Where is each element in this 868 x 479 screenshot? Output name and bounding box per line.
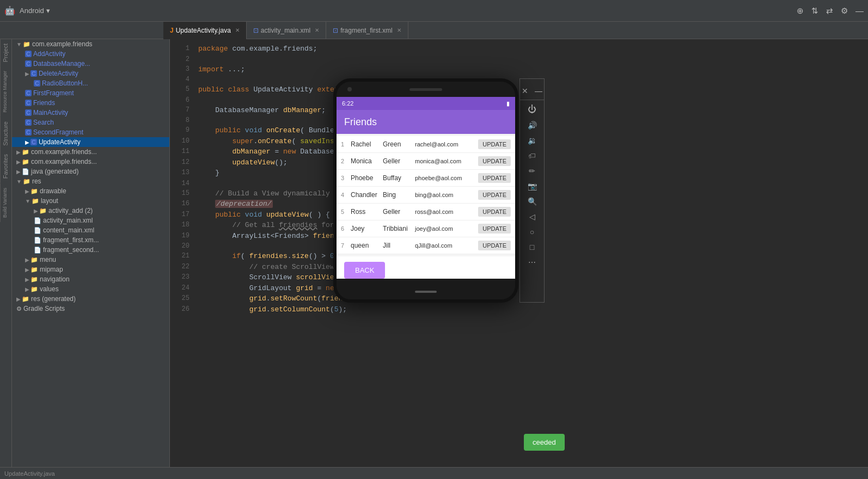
side-panel-favorites[interactable]: Favorites [0,150,11,183]
phone-bottom-bar [337,284,515,299]
tree-item-layout[interactable]: ▼ 📁 layout [12,196,169,206]
row-update-button[interactable]: UPDATE [478,139,511,149]
code-line-26: 26 grid.setColumnCount(5); [170,304,868,315]
project-tree: ▼ 📁 com.example.friends C AddActivity C … [12,39,170,467]
row-update-button[interactable]: UPDATE [478,173,511,183]
emulator-volume-up-icon[interactable]: 🔊 [525,119,539,132]
row-email: ross@aol.com [415,208,476,215]
project-label[interactable]: Android ▾ [20,7,50,15]
phone-back-button[interactable]: BACK [344,262,385,279]
tree-item-fragment-first-xml[interactable]: 📄 fragment_first.xm... [12,235,169,245]
tab-updateactivity-java[interactable]: J UpdateActivity.java ✕ [163,22,247,39]
tree-item-friends[interactable]: C Friends [12,98,169,108]
phone-top-bar [337,82,515,97]
phone-list-row: 3 Phoebe Buffay phoebe@aol.com UPDATE [337,170,515,187]
side-panel-build-variants[interactable]: Build Variants [0,183,11,222]
tree-item-activity-main-xml[interactable]: 📄 activity_main.xml [12,216,169,225]
tree-item-res-generated[interactable]: ▶ 📁 res (generated) [12,294,169,304]
minimize-icon[interactable]: — [855,6,864,15]
tree-item-com-example-friends[interactable]: ▼ 📁 com.example.friends [12,39,169,49]
phone-speaker [409,88,442,91]
row-email: phoebe@aol.com [415,175,476,181]
row-number: 5 [341,208,349,215]
target-icon[interactable]: ⊕ [797,6,804,16]
emulator-power-icon[interactable]: ⏻ [525,102,539,116]
sync-horizontal-icon[interactable]: ⇄ [826,6,833,16]
row-first-name: queen [351,242,381,249]
emulator-back-icon[interactable]: ◁ [527,210,537,223]
tree-item-mainactivity[interactable]: C MainActivity [12,108,169,118]
emulator-close-btn[interactable]: ✕ [519,84,530,97]
emulator-zoom-icon[interactable]: 🔍 [525,195,539,208]
phone-home-button[interactable] [415,291,437,293]
emulator-minimize-btn[interactable]: — [533,84,545,97]
tree-item-search[interactable]: C Search [12,118,169,127]
tree-item-databasemanager[interactable]: C DatabaseManage... [12,59,169,69]
emulator-home-icon[interactable]: ○ [528,225,536,238]
emulator-square-icon[interactable]: □ [528,241,536,254]
row-update-button[interactable]: UPDATE [478,224,511,234]
tree-item-com-example-friends-2[interactable]: ▶ 📁 com.example.friends... [12,147,169,157]
tab-close-updateactivity[interactable]: ✕ [235,27,240,33]
tree-item-secondfragment[interactable]: C SecondFragment [12,127,169,137]
phone-list-row: 7 queen Jill qJill@aol.com UPDATE [337,237,515,254]
tree-item-gradle-scripts[interactable]: ⚙ Gradle Scripts [12,304,169,314]
phone-battery-icon: ▮ [506,100,510,107]
row-update-button[interactable]: UPDATE [478,190,511,200]
row-email: monica@aol.com [415,158,476,164]
phone-content: 1 Rachel Green rachel@aol.com UPDATE 2 M… [337,134,515,256]
code-line-1: 1 package com.example.friends; [170,44,868,54]
settings-icon[interactable]: ⚙ [841,6,848,16]
project-dropdown-arrow[interactable]: ▾ [46,7,50,15]
tab-label-activity-main: activity_main.xml [261,27,310,34]
emulator-tag-icon[interactable]: 🏷 [526,149,538,162]
tree-item-fragment-second-xml[interactable]: 📄 fragment_second... [12,245,169,255]
row-update-button[interactable]: UPDATE [478,156,511,166]
tree-item-content-main-xml[interactable]: 📄 content_main.xml [12,225,169,235]
tree-item-res[interactable]: ▼ 📁 res [12,176,169,186]
emulator-edit-icon[interactable]: ✏ [527,164,537,177]
tab-activity-main-xml[interactable]: ⊡ activity_main.xml ✕ [247,22,326,39]
row-number: 3 [341,175,349,181]
phone-emulator-overlay: 6:22 ▮ Friends 1 Rachel Green rachel@aol… [333,78,545,303]
tree-item-com-example-friends-3[interactable]: ▶ 📁 com.example.friends... [12,157,169,167]
tree-item-firstfragment[interactable]: C FirstFragment [12,88,169,98]
phone-time: 6:22 [342,100,353,107]
emulator-camera-icon[interactable]: 📷 [525,180,539,193]
row-update-button[interactable]: UPDATE [478,207,511,217]
tab-fragment-first-xml[interactable]: ⊡ fragment_first.xml ✕ [326,22,408,39]
phone-list-row: 1 Rachel Green rachel@aol.com UPDATE [337,136,515,153]
phone-app-bar: Friends [337,110,515,134]
tree-item-deleteactivity[interactable]: ▶ C DeleteActivity [12,69,169,78]
row-first-name: Joey [351,225,381,232]
row-email: qJill@aol.com [415,242,476,249]
tree-item-values[interactable]: ▶ 📁 values [12,284,169,294]
sync-vertical-icon[interactable]: ⇅ [811,6,818,16]
side-panel-resource-manager[interactable]: Resource Manager [0,66,11,117]
phone-list-row: 2 Monica Geller monica@aol.com UPDATE [337,153,515,170]
android-icon: 🤖 [4,5,15,16]
row-email: rachel@aol.com [415,141,476,148]
side-panel-structure[interactable]: Structure [0,117,11,150]
tree-item-menu[interactable]: ▶ 📁 menu [12,255,169,265]
tree-item-drawable[interactable]: ▶ 📁 drawable [12,186,169,196]
phone-list-row: 5 Ross Geller ross@aol.com UPDATE [337,204,515,220]
tab-close-activity-main[interactable]: ✕ [315,27,319,33]
row-update-button[interactable]: UPDATE [478,241,511,250]
tree-item-java-generated[interactable]: ▶ 📄 java (generated) [12,167,169,176]
tab-close-fragment-first[interactable]: ✕ [397,27,401,33]
tree-item-mipmap[interactable]: ▶ 📁 mipmap [12,265,169,274]
phone-app-title: Friends [344,116,377,128]
side-panel-project[interactable]: Project [0,39,11,66]
tree-item-radiobuttonh[interactable]: C RadioButtonH... [12,78,169,88]
row-last-name: Bing [383,191,413,199]
row-number: 7 [341,242,349,249]
tree-item-activity-add[interactable]: ▶ 📁 activity_add (2) [12,206,169,216]
row-number: 1 [341,141,349,148]
tree-item-updateactivity[interactable]: ▶ C UpdateActivity [12,137,169,147]
emulator-volume-down-icon[interactable]: 🔉 [525,134,539,147]
tree-item-navigation[interactable]: ▶ 📁 navigation [12,274,169,284]
row-last-name: Tribbiani [383,225,413,232]
tree-item-addactivity[interactable]: C AddActivity [12,49,169,59]
emulator-more-icon[interactable]: ⋯ [526,256,538,269]
